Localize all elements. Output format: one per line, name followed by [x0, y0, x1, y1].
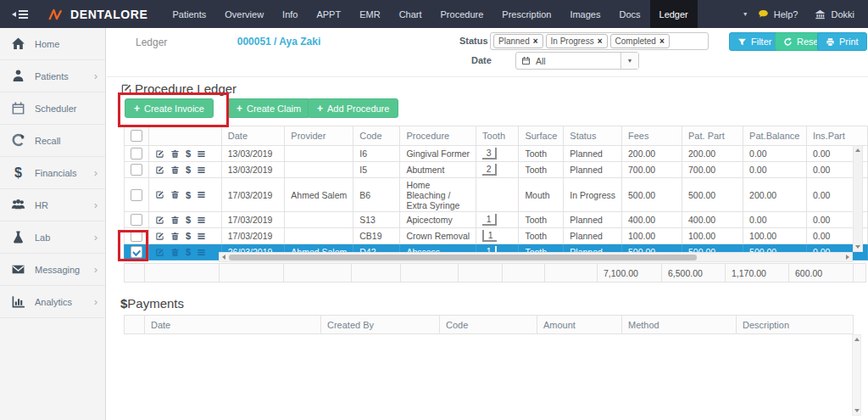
actions-cell: $: [149, 178, 222, 212]
select-all-checkbox[interactable]: [131, 130, 142, 142]
nav-item-appt[interactable]: APPT: [307, 0, 350, 28]
add-procedure-button[interactable]: + Add Procedure: [308, 98, 398, 118]
delete-icon[interactable]: [170, 149, 180, 159]
date-filter-label: Date: [471, 55, 492, 65]
table-row[interactable]: $ 13/03/2019 I5 Abutment 2 Tooth Planned…: [125, 162, 868, 178]
sidebar-item-patients[interactable]: Patients ›: [0, 60, 105, 92]
invoice-icon[interactable]: [197, 149, 206, 159]
cell-code: CB19: [353, 228, 400, 244]
table-row[interactable]: $ 13/03/2019 I6 Gingival Former 3 Tooth …: [125, 146, 868, 162]
nav-item-patients[interactable]: Patients: [163, 0, 215, 28]
delete-icon[interactable]: [170, 165, 180, 175]
scroll-down-arrow[interactable]: [855, 245, 860, 249]
hamburger-icon: [19, 8, 28, 20]
nav-more-dropdown[interactable]: ▼: [733, 0, 758, 28]
nav-item-images[interactable]: Images: [560, 0, 609, 28]
invoice-icon[interactable]: [197, 165, 206, 175]
vertical-scrollbar[interactable]: [853, 145, 863, 252]
payments-vertical-scrollbar[interactable]: [852, 334, 861, 416]
app-logo[interactable]: DENTALORE: [48, 0, 147, 28]
date-filter-select[interactable]: All ▼: [515, 52, 639, 70]
invoice-icon[interactable]: [197, 216, 206, 225]
row-checkbox[interactable]: [131, 230, 142, 242]
row-checkbox[interactable]: [131, 189, 142, 201]
table-row[interactable]: $ 17/03/2019 S13 Apicectomy 1 Tooth Plan…: [125, 212, 868, 228]
checkbox-cell: [125, 146, 149, 162]
row-checkbox[interactable]: [131, 214, 142, 226]
create-invoice-button[interactable]: + Create Invoice: [125, 98, 214, 118]
filter-button[interactable]: Filter: [729, 32, 780, 51]
invoice-icon[interactable]: [197, 190, 206, 199]
cell-provider: [285, 212, 353, 228]
sidebar-item-scheduler[interactable]: Scheduler: [0, 92, 105, 125]
nav-item-prescription[interactable]: Prescription: [492, 0, 560, 28]
delete-icon[interactable]: [170, 190, 180, 199]
procedure-ledger-title: Procedure Ledger: [120, 81, 236, 96]
row-checkbox-checked[interactable]: [131, 246, 142, 258]
row-checkbox[interactable]: [131, 164, 142, 176]
sidebar-item-messaging[interactable]: Messaging ›: [0, 254, 105, 286]
nav-item-emr[interactable]: EMR: [350, 0, 389, 28]
nav-item-info[interactable]: Info: [273, 0, 307, 28]
scroll-up-arrow[interactable]: [854, 338, 860, 341]
invoice-icon[interactable]: [197, 248, 206, 257]
sidebar-item-financials[interactable]: $ Financials ›: [0, 157, 105, 189]
clinic-selector[interactable]: Dokki: [815, 8, 854, 20]
nav-item-chart[interactable]: Chart: [390, 0, 431, 28]
payment-icon[interactable]: $: [186, 165, 191, 175]
sidebar-item-hr[interactable]: HR ›: [0, 189, 105, 221]
delete-icon[interactable]: [170, 216, 180, 225]
row-checkbox[interactable]: [131, 148, 142, 160]
scroll-left-arrow[interactable]: [222, 255, 225, 260]
scroll-up-arrow[interactable]: [855, 148, 860, 152]
people-group-icon: [11, 198, 25, 212]
delete-icon[interactable]: [170, 248, 180, 257]
table-row[interactable]: $ 17/03/2019 Ahmed Salem B6 Home Bleachi…: [125, 178, 868, 212]
edit-icon[interactable]: [155, 232, 164, 241]
remove-tag-icon[interactable]: ×: [533, 36, 538, 46]
help-button[interactable]: Help?: [758, 8, 798, 20]
brand-zigzag-icon: [48, 8, 64, 21]
table-header-row: Date Provider Code Procedure Tooth Surfa…: [125, 126, 868, 146]
edit-icon[interactable]: [155, 216, 164, 225]
sidebar-item-recall[interactable]: Recall: [0, 125, 105, 157]
scroll-right-arrow[interactable]: [846, 255, 849, 260]
sidebar-item-home[interactable]: Home: [0, 28, 105, 60]
scroll-down-arrow[interactable]: [854, 409, 860, 412]
print-button[interactable]: Print: [817, 32, 867, 51]
nav-item-procedure[interactable]: Procedure: [431, 0, 493, 28]
sidebar-item-lab[interactable]: Lab ›: [0, 221, 105, 254]
invoice-icon[interactable]: [197, 232, 206, 241]
select-caret-button[interactable]: ▼: [620, 53, 638, 69]
create-claim-button[interactable]: + Create Claim: [227, 98, 310, 118]
edit-icon[interactable]: [155, 165, 164, 175]
sidebar: Home Patients › Scheduler Recall $ Finan…: [0, 28, 106, 420]
payment-icon[interactable]: $: [186, 215, 191, 225]
cell-procedure: Apicectomy: [400, 212, 476, 228]
payment-icon[interactable]: $: [186, 190, 191, 200]
cell-procedure: Home Bleaching / Extra Syringe: [400, 178, 476, 212]
building-icon: [815, 8, 826, 20]
edit-icon[interactable]: [155, 190, 164, 199]
edit-icon[interactable]: [155, 248, 164, 257]
col-procedure: Procedure: [400, 126, 476, 146]
sidebar-collapse-icon[interactable]: [12, 0, 28, 28]
nav-item-overview[interactable]: Overview: [215, 0, 273, 28]
remove-tag-icon[interactable]: ×: [659, 36, 665, 46]
cell-pat-part: 500.00: [682, 178, 743, 212]
payment-icon[interactable]: $: [186, 231, 191, 241]
edit-icon[interactable]: [155, 149, 164, 159]
remove-tag-icon[interactable]: ×: [598, 36, 603, 46]
envelope-icon: [11, 262, 25, 277]
payment-icon[interactable]: $: [186, 247, 191, 257]
payment-icon[interactable]: $: [186, 148, 191, 159]
nav-item-docs[interactable]: Docs: [609, 0, 649, 28]
patient-link[interactable]: 000051 / Aya Zaki: [207, 36, 351, 48]
scrollbar-thumb[interactable]: [229, 255, 697, 260]
horizontal-scrollbar[interactable]: [219, 252, 853, 262]
status-multiselect-input[interactable]: Planned × In Progress × Completed ×: [490, 32, 709, 50]
table-row[interactable]: $ 17/03/2019 CB19 Crown Removal 1 Tooth …: [125, 228, 868, 244]
sidebar-item-analytics[interactable]: Analytics ›: [0, 286, 105, 318]
delete-icon[interactable]: [170, 232, 180, 241]
nav-item-ledger[interactable]: Ledger: [650, 0, 698, 28]
